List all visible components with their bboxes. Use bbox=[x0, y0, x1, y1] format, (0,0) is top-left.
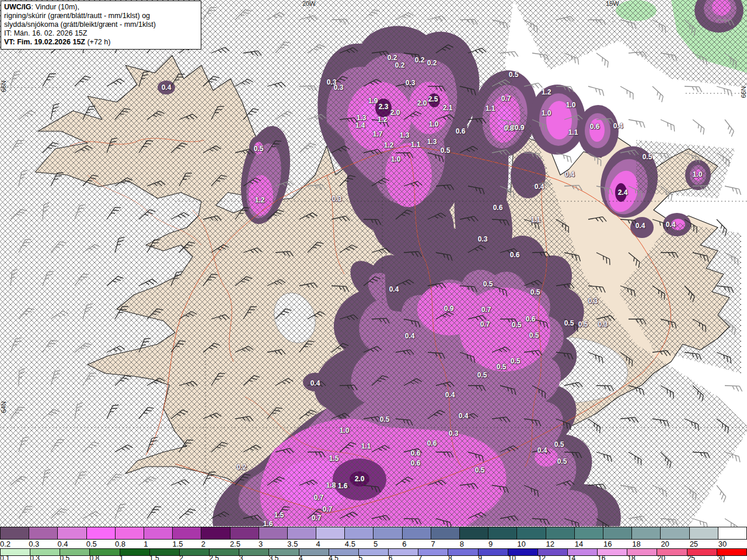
scale-tick-label: 14 bbox=[575, 540, 603, 548]
rain-sleet-colour-scale bbox=[0, 527, 747, 540]
scale-swatch bbox=[402, 527, 431, 539]
scale-swatch bbox=[718, 527, 747, 539]
scale-tick-label: 2 bbox=[201, 540, 230, 548]
scale-tick-label: 2 bbox=[179, 556, 209, 560]
scale-tick-label: 0.3 bbox=[29, 540, 57, 548]
scale-swatch bbox=[478, 549, 508, 555]
scale-swatch bbox=[201, 527, 229, 539]
scale-tick-label: 18 bbox=[627, 556, 657, 560]
colour-scales: 0.20.30.40.50.811.522.533.544.5567891012… bbox=[0, 527, 747, 560]
scale-tick-label: 5 bbox=[374, 540, 402, 548]
scale-swatch bbox=[431, 527, 459, 539]
scale-tick-label: 4.5 bbox=[329, 556, 358, 560]
scale-swatch bbox=[172, 527, 201, 539]
scale-tick-label: 2.5 bbox=[230, 540, 259, 548]
scale-tick-label: 20 bbox=[657, 556, 687, 560]
scale-swatch bbox=[144, 527, 172, 539]
scale-swatch bbox=[179, 549, 209, 555]
map-area: 0.20.20.20.20.30.30.30.40.50.71.92.32.02… bbox=[0, 0, 747, 527]
scale-swatch bbox=[448, 549, 477, 555]
scale-swatch bbox=[230, 527, 259, 539]
scale-swatch bbox=[0, 527, 29, 539]
latitude-label: 66N bbox=[740, 86, 747, 98]
scale-tick-label: 0.8 bbox=[115, 540, 144, 548]
scale-tick-label: 10 bbox=[517, 540, 546, 548]
scale-tick-label: 0.2 bbox=[0, 540, 29, 548]
scale-swatch bbox=[574, 527, 603, 539]
scale-tick-label: 3 bbox=[259, 540, 287, 548]
scale-tick-label: 0.1 bbox=[0, 556, 30, 560]
scale-tick-label: 0.8 bbox=[90, 556, 120, 560]
scale-tick-label: 3.5 bbox=[269, 556, 299, 560]
scale-swatch bbox=[259, 527, 287, 539]
scale-tick-label: 1 bbox=[144, 540, 172, 548]
scale-swatch bbox=[660, 527, 689, 539]
scale-tick-label: 16 bbox=[603, 540, 632, 548]
scale-tick-label: 6 bbox=[402, 540, 431, 548]
scale-swatch bbox=[459, 527, 488, 539]
scale-tick-label: 25 bbox=[687, 556, 717, 560]
scale-tick-label: 4.5 bbox=[345, 540, 374, 548]
info-line-3: slydda/snjókoma (grátt/bleikt/grænt - mm… bbox=[4, 20, 198, 29]
scale-tick-label: 10 bbox=[508, 556, 537, 560]
scale-tick-label: 7 bbox=[418, 556, 448, 560]
scale-swatch bbox=[299, 549, 329, 555]
scale-tick-label: 0.4 bbox=[57, 540, 86, 548]
longitude-label: 15W bbox=[606, 0, 619, 7]
snow-scale-labels: 0.10.30.50.811.522.533.544.5567891012141… bbox=[0, 556, 747, 560]
scale-tick-label: 3 bbox=[239, 556, 269, 560]
scale-tick-label: 1 bbox=[120, 556, 149, 560]
weather-map-app: 0.20.20.20.20.30.30.30.40.50.71.92.32.02… bbox=[0, 0, 747, 560]
legend-info-box: UWC/IG: Vindur (10m), rigning/skúrir (gr… bbox=[1, 1, 201, 50]
latitude-label: 64N bbox=[0, 401, 7, 413]
scale-tick-label: 5 bbox=[358, 556, 388, 560]
scale-swatch bbox=[388, 549, 418, 555]
scale-tick-label: 12 bbox=[546, 540, 574, 548]
scale-tick-label: 0.3 bbox=[30, 556, 60, 560]
scale-swatch bbox=[546, 527, 574, 539]
scale-swatch bbox=[689, 527, 718, 539]
scale-swatch bbox=[86, 527, 115, 539]
model-name: UWC/IG bbox=[4, 3, 32, 11]
scale-tick-label: 1.5 bbox=[149, 556, 179, 560]
scale-swatch bbox=[115, 527, 144, 539]
scale-tick-label: 7 bbox=[431, 540, 460, 548]
longitude-label: 20W bbox=[302, 0, 316, 7]
scale-tick-label: 20 bbox=[661, 540, 689, 548]
scale-tick-label: 30 bbox=[717, 556, 747, 560]
scale-swatch bbox=[358, 549, 388, 555]
scale-swatch bbox=[316, 527, 344, 539]
scale-swatch bbox=[120, 549, 149, 555]
scale-swatch bbox=[344, 527, 373, 539]
scale-swatch bbox=[239, 549, 268, 555]
info-line-valid-time: VT: Fim. 19.02.2026 15Z (+72 h) bbox=[4, 38, 198, 47]
scale-swatch bbox=[29, 527, 57, 539]
scale-tick-label: 14 bbox=[568, 556, 598, 560]
scale-swatch bbox=[631, 527, 660, 539]
scale-tick-label: 8 bbox=[448, 556, 478, 560]
scale-tick-label: 6 bbox=[389, 556, 418, 560]
scale-tick-label: 16 bbox=[598, 556, 627, 560]
scale-swatch bbox=[516, 527, 545, 539]
latitude-label: 66N bbox=[0, 80, 7, 92]
scale-tick-label: 12 bbox=[538, 556, 568, 560]
scale-swatch bbox=[418, 549, 448, 555]
scale-tick-label: 1.5 bbox=[172, 540, 201, 548]
scale-tick-label: 4 bbox=[299, 556, 329, 560]
scale-swatch bbox=[373, 527, 402, 539]
scale-tick-label: 8 bbox=[460, 540, 488, 548]
scale-tick-label: 4 bbox=[316, 540, 345, 548]
scale-tick-label: 0.5 bbox=[60, 556, 89, 560]
scale-tick-label: 2.5 bbox=[209, 556, 239, 560]
scale-tick-label: 3.5 bbox=[287, 540, 316, 548]
info-line-2: rigning/skúrir (grænt/blátt/rautt - mm/1… bbox=[4, 12, 198, 20]
scale-swatch bbox=[488, 527, 516, 539]
rain-sleet-scale-labels: 0.20.30.40.50.811.522.533.544.5567891012… bbox=[0, 540, 747, 548]
scale-tick-label: 18 bbox=[632, 540, 661, 548]
scale-swatch bbox=[603, 527, 631, 539]
info-line-1: UWC/IG: Vindur (10m), bbox=[4, 3, 198, 12]
scale-tick-label: 0.5 bbox=[86, 540, 115, 548]
scale-tick-label: 25 bbox=[690, 540, 718, 548]
info-line-init-time: IT: Mán. 16. 02. 2026 15Z bbox=[4, 29, 198, 38]
scale-tick-label: 30 bbox=[718, 540, 747, 548]
